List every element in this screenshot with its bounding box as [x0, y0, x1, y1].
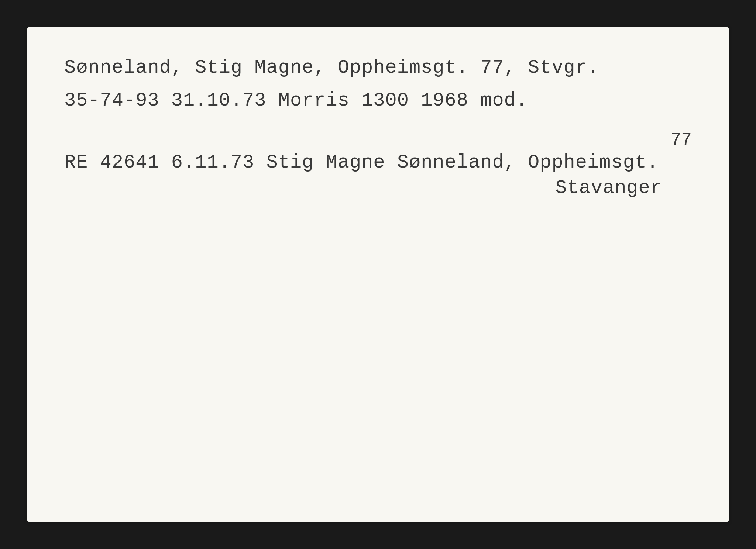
document-card: Sønneland, Stig Magne, Oppheimsgt. 77, S…: [27, 27, 729, 522]
line1-text: Sønneland, Stig Magne, Oppheimsgt. 77, S…: [64, 57, 692, 79]
line3-text: RE 42641 6.11.73 Stig Magne Sønneland, O…: [64, 152, 692, 173]
line4-text: Stavanger: [64, 177, 692, 199]
number-77-text: 77: [64, 130, 692, 150]
line2-text: 35-74-93 31.10.73 Morris 1300 1968 mod.: [64, 90, 692, 111]
